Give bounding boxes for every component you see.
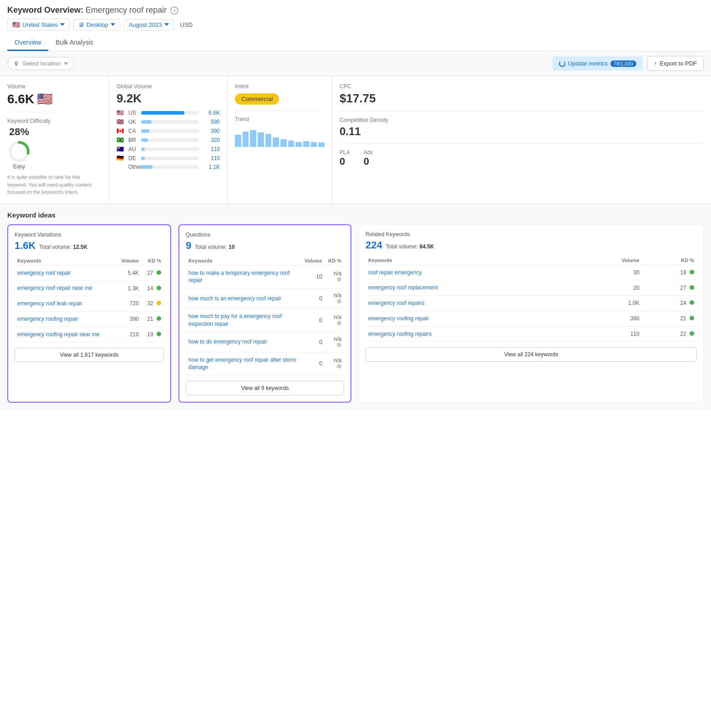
keyword-volume: 0 [302,352,325,375]
update-counter: 78/1,000 [610,61,636,67]
keyword-volume: 390 [577,311,642,326]
add-keyword-icon[interactable]: + [170,6,178,15]
country-row-br: 🇧🇷 BR 320 [117,136,220,143]
export-button[interactable]: ↑ Export to PDF [647,56,704,71]
table-row: emergency roof repair near me 1.3K 14 [15,281,164,296]
period-label: August 2023 [129,21,162,28]
questions-card: Questions 9 Total volume: 10 Keywords Vo… [178,224,351,403]
keyword-link[interactable]: roof repair emergency [368,269,422,276]
related-count: 224 [366,239,382,251]
volume-card: Volume 6.6K 🇺🇸 Keyword Difficulty 28% Ea… [0,76,109,203]
kd-easy-label: Easy [13,163,25,170]
keyword-kd: 24 [642,296,697,311]
view-all-questions-button[interactable]: View all 9 keywords [186,381,344,395]
keyword-link[interactable]: how to get emergency roof repair after s… [188,357,296,371]
keyword-kd: 19 [142,327,164,342]
keyword-kd: n/a [325,288,344,309]
keyword-link[interactable]: emergency roof repair [17,270,71,276]
related-type-label: Related Keywords [366,231,697,238]
questions-total-value: 10 [229,244,234,250]
questions-type-label: Questions [186,232,344,238]
kd-dot [157,270,161,275]
keyword-link[interactable]: emergency roofing repairs [368,331,432,337]
trend-bar-2 [243,131,249,147]
variations-count: 1.6K [15,240,36,251]
keyword-volume: 20 [577,280,642,296]
code-ca: CA [128,128,138,134]
var-col-kd: KD % [142,256,164,266]
section-title: Keyword ideas [7,211,704,219]
desktop-icon: 🖥 [78,21,84,28]
keyword-link[interactable]: how much to pay for a emergency roof ins… [188,313,282,327]
currency-label: USD [178,20,195,30]
trend-bar-9 [295,142,302,147]
pla-value: 0 [340,156,350,167]
trend-bar-8 [288,141,295,147]
table-row: emergency roof replacement 20 27 [366,280,697,296]
global-volume-label: Global Volume [117,83,220,90]
pla-label: PLA [340,149,350,156]
keyword-link[interactable]: how much is an emergency roof repair [188,295,281,302]
ads-item: Ads 0 [364,149,373,167]
keyword-kd: 14 [142,281,164,296]
rel-col-keywords: Keywords [366,256,577,265]
val-other: 1.1K [202,164,220,170]
keyword-link[interactable]: emergency roof repairs [368,300,424,306]
page-title-keyword: Emergency roof repair [86,5,167,15]
keyword-link[interactable]: emergency roofing repair [368,315,429,322]
trend-bar-11 [311,142,317,147]
code-other: Other [128,164,138,170]
kd-dot [157,332,161,336]
flag-uk: 🇬🇧 [117,118,126,125]
keyword-kd: n/a [325,265,344,288]
device-dropdown[interactable]: 🖥 Desktop [73,19,120,30]
kd-dot [337,299,341,303]
comp-density-label: Competitive Density [340,117,704,123]
country-row-au: 🇦🇺 AU 110 [117,146,220,152]
country-dropdown[interactable]: 🇺🇸 United States [7,19,70,30]
table-row: emergency roof repairs 1.0K 24 [366,296,697,311]
kd-dot [337,343,341,347]
export-label: Export to PDF [660,60,697,67]
keyword-volume: 0 [302,332,325,352]
keyword-link[interactable]: emergency roofing repair near me [17,331,100,338]
view-all-variations-button[interactable]: View all 1,617 keywords [15,348,164,362]
keyword-link[interactable]: how to do emergency roof repair [188,339,267,345]
flag-de: 🇩🇪 [117,155,126,162]
toolbar-right: Update metrics 78/1,000 ↑ Export to PDF [553,56,704,71]
table-row: how to get emergency roof repair after s… [186,352,344,375]
table-row: how to do emergency roof repair 0 n/a [186,332,344,352]
cpc-label: CPC [340,83,704,90]
country-row-de: 🇩🇪 DE 110 [117,155,220,162]
keyword-link[interactable]: how to make a temporary emergency roof r… [188,270,289,284]
flag-au: 🇦🇺 [117,146,126,152]
keyword-link[interactable]: emergency roofing repair [17,316,78,322]
refresh-icon [559,61,565,67]
page-title-bold: Keyword Overview: [7,5,83,15]
keyword-link[interactable]: emergency roof leak repair [17,300,82,307]
location-select[interactable]: Select location [7,57,74,70]
metrics-row: Volume 6.6K 🇺🇸 Keyword Difficulty 28% Ea… [0,76,711,204]
related-total-label: Total volume: [386,243,418,250]
keyword-volume: 0 [302,288,325,309]
period-dropdown[interactable]: August 2023 [124,19,174,30]
keyword-volume: 10 [302,265,325,288]
update-metrics-button[interactable]: Update metrics 78/1,000 [553,56,643,71]
country-bars: 🇺🇸 US 6.6K 🇬🇧 UK 590 🇨🇦 CA 390 [117,109,220,170]
pla-ads-row: PLA 0 Ads 0 [340,149,704,167]
keyword-link[interactable]: emergency roof replacement [368,284,438,291]
variations-type-label: Keyword Variations [15,232,164,238]
q-col-keywords: Keywords [186,256,302,266]
kd-dot [337,321,341,325]
kd-dot [157,286,161,290]
keyword-link[interactable]: emergency roof repair near me [17,285,92,291]
kd-dot [690,300,694,305]
view-all-related-button[interactable]: View all 224 keywords [366,347,697,362]
table-row: roof repair emergency 30 18 [366,265,697,280]
trend-bar-1 [235,135,241,147]
tab-bulk-analysis[interactable]: Bulk Analysis [48,35,100,51]
kd-dot [337,277,341,282]
tab-overview[interactable]: Overview [7,35,48,51]
code-uk: UK [128,119,138,125]
kd-label: Keyword Difficulty [7,118,102,124]
